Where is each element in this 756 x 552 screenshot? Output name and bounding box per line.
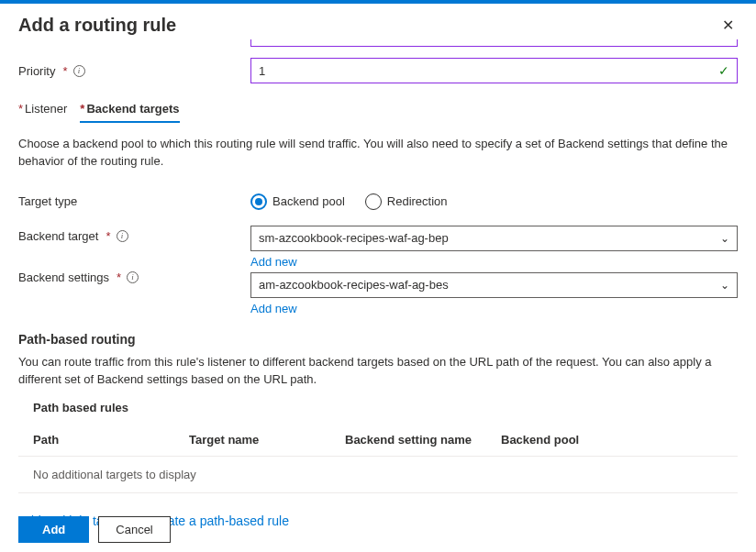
table-empty-row: No additional targets to display [18,457,738,493]
chevron-down-icon: ⌄ [720,279,729,292]
required-asterisk: * [62,64,67,78]
target-type-label: Target type [18,194,77,208]
cancel-button[interactable]: Cancel [98,516,170,543]
panel-header: Add a routing rule ✕ [0,4,756,39]
tab-listener[interactable]: *Listener [18,96,67,123]
th-target-name: Target name [189,433,345,447]
add-button[interactable]: Add [18,516,89,543]
backend-description: Choose a backend pool to which this rout… [18,136,738,171]
backend-target-value: sm-azcookbook-recipes-waf-ag-bep [259,231,449,245]
backend-settings-dropdown[interactable]: am-azcookbook-recipes-waf-ag-bes ⌄ [250,272,738,298]
radio-backend-pool[interactable]: Backend pool [250,193,345,210]
path-routing-description: You can route traffic from this rule's l… [18,354,738,389]
th-backend-pool: Backend pool [501,433,723,447]
add-new-backend-settings-link[interactable]: Add new [250,302,738,315]
panel-title: Add a routing rule [18,15,176,36]
radio-redirection[interactable]: Redirection [365,193,448,210]
checkmark-icon: ✓ [718,63,729,78]
th-backend-setting-name: Backend setting name [345,433,501,447]
priority-value: 1 [259,64,265,78]
info-icon[interactable]: i [117,230,128,242]
truncated-field-above [250,39,738,47]
priority-label: Priority [18,64,55,78]
info-icon[interactable]: i [73,65,85,77]
priority-input[interactable]: 1 ✓ [250,58,738,83]
backend-settings-label: Backend settings [18,270,109,284]
path-rules-table: Path Target name Backend setting name Ba… [18,424,738,493]
tab-backend-targets[interactable]: *Backend targets [80,96,179,123]
path-based-rules-heading: Path based rules [33,401,738,414]
close-icon[interactable]: ✕ [718,15,738,36]
th-path: Path [33,433,189,447]
path-based-routing-heading: Path-based routing [18,332,738,347]
backend-target-dropdown[interactable]: sm-azcookbook-recipes-waf-ag-bep ⌄ [250,226,738,251]
info-icon[interactable]: i [127,271,139,283]
backend-target-label: Backend target [18,229,98,243]
backend-settings-value: am-azcookbook-recipes-waf-ag-bes [259,278,449,292]
add-new-backend-target-link[interactable]: Add new [250,255,738,269]
chevron-down-icon: ⌄ [720,232,729,245]
